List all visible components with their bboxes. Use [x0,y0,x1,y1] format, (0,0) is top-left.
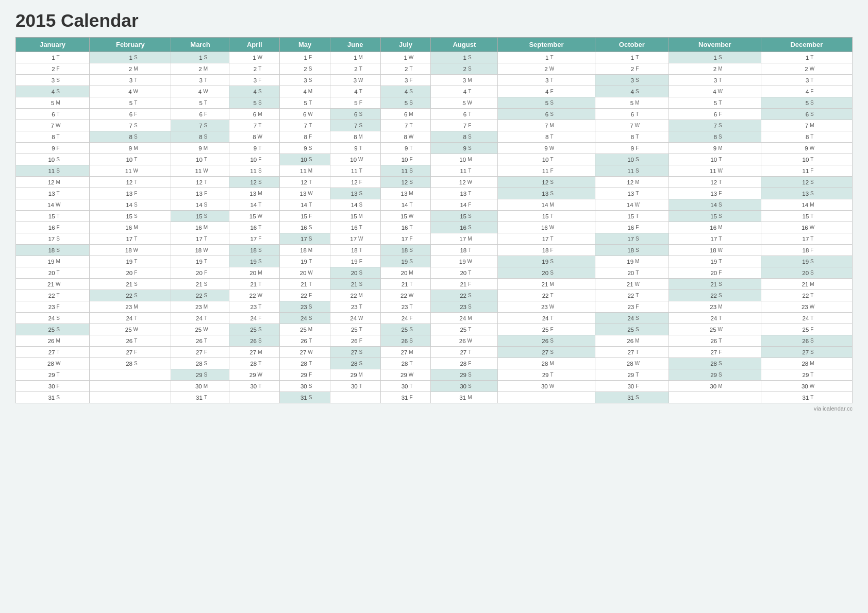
day-number: 21 [624,281,633,287]
day-number: 30 [193,383,202,389]
day-letter: M [56,259,60,264]
calendar-cell: 8S [90,131,171,143]
calendar-cell: 3M [431,75,498,86]
day-letter: T [719,100,722,106]
calendar-cell: 10S [16,154,90,165]
day-letter: F [719,111,722,117]
calendar-row: 7W7S7S7T7T7S7T7F7M7W7S7M [16,120,853,131]
day-number: 1 [123,55,132,61]
day-number: 22 [193,293,203,299]
day-number: 3 [298,77,307,83]
day-number: 13 [247,191,256,197]
calendar-row: 5M5T5T5S5T5F5S5W5S5M5T5S [16,97,853,109]
calendar-cell: 14M [498,199,595,211]
day-letter: S [359,123,362,128]
day-number: 18 [707,247,716,253]
day-letter: T [258,361,261,366]
calendar-cell: 26T [280,335,330,347]
day-number: 19 [398,259,408,265]
day-number: 24 [799,315,809,321]
day-letter: T [134,259,137,264]
day-letter: S [56,327,60,332]
day-number: 25 [625,327,634,333]
day-letter: M [359,293,363,298]
day-number: 22 [539,293,548,299]
calendar-cell: 2T [330,63,380,75]
day-number: 8 [457,134,466,140]
day-number: 2 [123,66,132,72]
day-letter: W [810,66,814,72]
day-number: 5 [193,100,203,106]
calendar-cell: 11F [498,165,595,177]
calendar-cell: 12M [16,177,90,188]
calendar-cell: 2F [16,63,90,75]
day-number: 7 [799,123,808,129]
calendar-cell: 23M [90,301,171,313]
day-letter: S [810,270,814,276]
day-letter: W [358,157,363,162]
day-number: 22 [298,293,307,299]
day-number: 6 [247,111,256,117]
day-letter: T [204,157,207,162]
calendar-cell: 25F [498,324,595,335]
day-letter: F [309,293,312,298]
day-number: 24 [398,315,408,321]
day-number: 14 [708,202,717,208]
calendar-cell: 28M [761,358,852,369]
calendar-cell: 13T [595,188,669,199]
calendar-cell: 1S [90,52,171,63]
day-letter: T [204,259,207,264]
day-letter: M [409,349,413,355]
day-number: 21 [708,281,717,287]
calendar-cell: 3T [498,75,595,86]
day-letter: S [309,395,312,400]
day-letter: W [810,145,814,151]
day-number: 13 [193,191,203,197]
day-letter: S [204,361,208,366]
day-letter: F [204,270,207,276]
day-number: 28 [45,361,54,367]
day-letter: T [810,395,813,400]
calendar-cell: 5T [90,97,171,109]
calendar-cell: 18F [761,245,852,256]
day-letter: T [309,281,312,287]
day-letter: S [636,247,639,253]
day-number: 13 [297,191,306,197]
day-letter: M [56,100,60,106]
calendar-cell: 20T [16,267,90,279]
calendar-cell: 15W [229,211,280,222]
calendar-cell: 5T [669,97,761,109]
calendar-row: 17S17T17T17F17S17W17F17M17T17S17T17T [16,233,853,245]
calendar-cell: 14S [669,199,761,211]
day-letter: W [203,327,208,332]
day-number: 23 [457,304,466,310]
calendar-cell: 7M [498,120,595,131]
day-number: 2 [625,66,634,72]
day-letter: S [258,327,262,332]
day-letter: S [719,281,722,287]
day-letter: S [409,89,413,94]
calendar-cell: 20F [171,267,229,279]
calendar-cell: 13S [761,188,852,199]
day-number: 6 [539,111,548,117]
day-number: 5 [45,100,54,106]
day-number: 30 [457,383,466,389]
day-letter: S [309,236,312,242]
day-number: 31 [457,395,466,401]
day-number: 8 [708,134,717,140]
day-number: 26 [799,338,809,344]
calendar-cell: 20M [229,267,280,279]
calendar-cell: 22T [498,290,595,301]
calendar-cell: 24S [16,313,90,324]
calendar-cell: 2T [380,63,431,75]
day-number: 20 [348,270,357,276]
day-number: 20 [799,270,809,276]
day-number: 4 [297,89,307,95]
calendar-cell: 29S [431,369,498,381]
day-number: 25 [247,327,257,333]
day-letter: S [550,191,554,196]
calendar-cell: 31T [761,392,852,403]
calendar-cell: 19S [229,256,280,267]
day-number: 17 [298,236,307,242]
day-number: 11 [799,168,809,174]
